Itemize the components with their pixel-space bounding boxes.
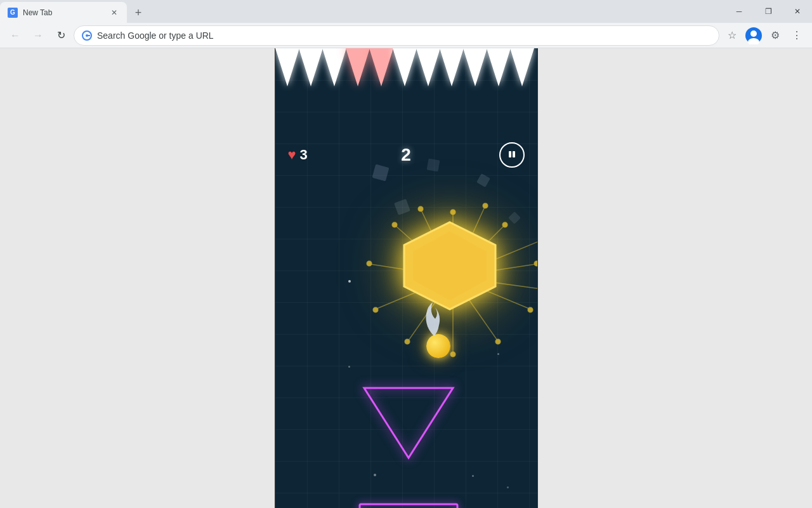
tab-title: New Tab <box>23 8 104 17</box>
dot-1 <box>348 280 351 283</box>
maximize-button[interactable]: ❐ <box>754 1 783 22</box>
svg-rect-38 <box>360 504 457 508</box>
profile-icon[interactable] <box>743 25 764 46</box>
dot-4 <box>374 474 376 476</box>
address-text: Search Google or type a URL <box>97 30 711 41</box>
toolbar-right: ☆ ⚙ ⋮ <box>722 25 807 46</box>
window-controls: ─ ❐ ✕ <box>724 1 812 22</box>
browser-frame: G New Tab ✕ + ─ ❐ ✕ ← → ↻ Search Google … <box>0 0 812 508</box>
address-bar[interactable]: Search Google or type a URL <box>74 25 719 46</box>
tab-favicon: G <box>8 8 18 18</box>
dot-6 <box>507 486 509 488</box>
toolbar: ← → ↻ Search Google or type a URL ☆ <box>0 23 812 48</box>
ball-flame <box>421 301 440 339</box>
dot-5 <box>472 475 474 477</box>
gray-square-5 <box>426 159 440 172</box>
pause-icon <box>508 150 516 161</box>
minimize-button[interactable]: ─ <box>724 1 754 22</box>
spike-2 <box>299 48 323 86</box>
bottom-rectangle <box>358 502 459 508</box>
back-button[interactable]: ← <box>5 25 25 46</box>
spike-4-pink <box>346 48 370 86</box>
spike-5-pink <box>369 48 393 86</box>
content-area: ♥ 3 2 <box>0 48 812 508</box>
spike-1 <box>275 48 299 86</box>
svg-point-3 <box>750 30 757 37</box>
spike-3 <box>322 48 346 86</box>
refresh-button[interactable]: ↻ <box>51 25 71 46</box>
svg-marker-37 <box>364 388 453 458</box>
forward-button[interactable]: → <box>28 25 48 46</box>
close-button[interactable]: ✕ <box>783 1 812 22</box>
google-icon <box>82 30 92 41</box>
tab-bar: G New Tab ✕ + ─ ❐ ✕ <box>0 0 812 23</box>
score-display: 2 <box>401 145 411 165</box>
bookmark-button[interactable]: ☆ <box>722 25 742 46</box>
dot-2 <box>348 366 350 368</box>
spike-9 <box>463 48 487 86</box>
inverted-triangle <box>358 382 459 467</box>
svg-point-1 <box>86 34 88 37</box>
new-tab-button[interactable]: + <box>129 4 147 22</box>
hud: ♥ 3 2 <box>275 147 537 163</box>
hexagon <box>399 220 501 312</box>
pause-button[interactable] <box>499 142 525 168</box>
spikes-container <box>275 48 537 99</box>
svg-rect-6 <box>513 151 515 157</box>
extensions-button[interactable]: ⚙ <box>765 25 785 46</box>
spike-11 <box>510 48 534 86</box>
spike-10 <box>487 48 511 86</box>
tab-close-button[interactable]: ✕ <box>109 8 119 18</box>
dot-3 <box>497 353 499 355</box>
lives-count: 3 <box>300 147 308 163</box>
active-tab[interactable]: G New Tab ✕ <box>0 2 127 23</box>
spike-7 <box>416 48 440 86</box>
menu-button[interactable]: ⋮ <box>787 25 807 46</box>
lives-display: ♥ 3 <box>288 147 308 163</box>
heart-icon: ♥ <box>288 147 296 163</box>
spike-8 <box>440 48 464 86</box>
game-container[interactable]: ♥ 3 2 <box>275 48 538 508</box>
spike-6 <box>393 48 417 86</box>
svg-rect-5 <box>509 151 511 157</box>
